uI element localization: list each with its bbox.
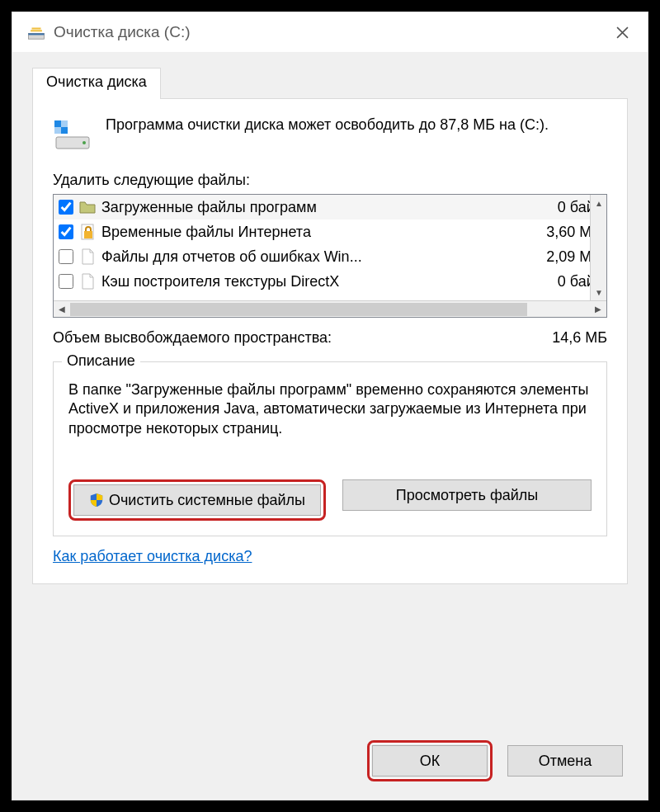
- lock-icon: [78, 223, 97, 241]
- dialog-window: Очистка диска (C:) Очистка диска: [12, 12, 648, 800]
- total-row: Объем высвобождаемого пространства: 14,6…: [53, 329, 607, 347]
- list-item[interactable]: Временные файлы Интернета3,60 МБ: [54, 220, 606, 244]
- total-label: Объем высвобождаемого пространства:: [53, 329, 332, 347]
- list-item-name: Кэш построителя текстуры DirectX: [101, 273, 514, 290]
- scroll-up-icon[interactable]: ▲: [591, 195, 607, 211]
- tab-page: Программа очистки диска может освободить…: [32, 98, 628, 584]
- scroll-down-icon[interactable]: ▼: [591, 284, 607, 300]
- description-legend: Описание: [62, 352, 140, 370]
- total-value: 14,6 МБ: [552, 329, 607, 347]
- vertical-scrollbar[interactable]: ▲ ▼: [590, 195, 606, 300]
- ok-button[interactable]: ОК: [372, 745, 488, 777]
- intro-row: Программа очистки диска может освободить…: [53, 116, 607, 155]
- clean-system-files-label: Очистить системные файлы: [109, 492, 305, 509]
- close-button[interactable]: [603, 13, 641, 51]
- ok-label: ОК: [420, 753, 441, 770]
- list-item-checkbox[interactable]: [59, 249, 73, 264]
- list-item-size: 3,60 МБ: [519, 224, 601, 241]
- scroll-thumb[interactable]: [70, 303, 527, 316]
- close-icon: [616, 26, 629, 39]
- tabset: Очистка диска Прогр: [32, 67, 628, 584]
- svg-rect-2: [32, 28, 41, 30]
- svg-rect-10: [61, 127, 68, 134]
- svg-point-5: [82, 141, 86, 144]
- cancel-label: Отмена: [539, 753, 592, 770]
- svg-rect-3: [31, 30, 42, 31]
- list-item-name: Файлы для отчетов об ошибках Win...: [101, 248, 514, 266]
- dialog-footer: ОК Отмена: [367, 740, 623, 781]
- list-item-size: 0 байт: [519, 199, 601, 216]
- description-buttons: Очистить системные файлы Просмотреть фай…: [68, 479, 592, 521]
- list-item-size: 2,09 МБ: [519, 248, 601, 266]
- tab-cleanup[interactable]: Очистка диска: [32, 68, 161, 99]
- folder-icon: [78, 198, 97, 216]
- svg-rect-12: [84, 231, 92, 238]
- window-title: Очистка диска (C:): [54, 23, 603, 41]
- list-item-checkbox[interactable]: [59, 274, 73, 289]
- svg-rect-8: [61, 120, 68, 127]
- titlebar: Очистка диска (C:): [12, 12, 648, 52]
- list-heading: Удалить следующие файлы:: [53, 172, 607, 189]
- svg-rect-9: [54, 127, 61, 134]
- dialog-body: Очистка диска Прогр: [12, 52, 648, 800]
- description-group: Описание В папке "Загруженные файлы прог…: [53, 361, 607, 536]
- shield-icon: [89, 493, 104, 508]
- view-files-button[interactable]: Просмотреть файлы: [342, 479, 592, 511]
- help-link[interactable]: Как работает очистка диска?: [53, 548, 252, 565]
- intro-text: Программа очистки диска может освободить…: [106, 116, 549, 155]
- horizontal-scrollbar[interactable]: ◀ ▶: [54, 300, 606, 317]
- drive-icon: [53, 116, 92, 155]
- list-item-checkbox[interactable]: [59, 224, 73, 239]
- list-item-name: Загруженные файлы программ: [101, 199, 514, 216]
- scroll-right-icon[interactable]: ▶: [590, 304, 606, 314]
- svg-rect-1: [28, 33, 44, 35]
- disk-cleanup-icon: [27, 23, 45, 41]
- svg-rect-7: [54, 120, 61, 127]
- file-icon: [78, 272, 97, 290]
- scroll-left-icon[interactable]: ◀: [54, 304, 70, 314]
- file-icon: [78, 248, 97, 266]
- view-files-label: Просмотреть файлы: [396, 487, 539, 504]
- clean-system-files-button[interactable]: Очистить системные файлы: [73, 484, 321, 516]
- list-item[interactable]: Кэш построителя текстуры DirectX0 байт: [54, 269, 606, 294]
- list-item[interactable]: Загруженные файлы программ0 байт: [54, 195, 606, 220]
- cancel-button[interactable]: Отмена: [507, 745, 623, 777]
- description-text: В папке "Загруженные файлы программ" вре…: [68, 380, 592, 438]
- file-list-container: Загруженные файлы программ0 байтВременны…: [53, 194, 607, 318]
- list-item-name: Временные файлы Интернета: [101, 224, 514, 241]
- list-item-checkbox[interactable]: [59, 200, 73, 215]
- list-item[interactable]: Файлы для отчетов об ошибках Win...2,09 …: [54, 244, 606, 269]
- list-item-size: 0 байт: [519, 273, 601, 290]
- file-list[interactable]: Загруженные файлы программ0 байтВременны…: [54, 195, 606, 300]
